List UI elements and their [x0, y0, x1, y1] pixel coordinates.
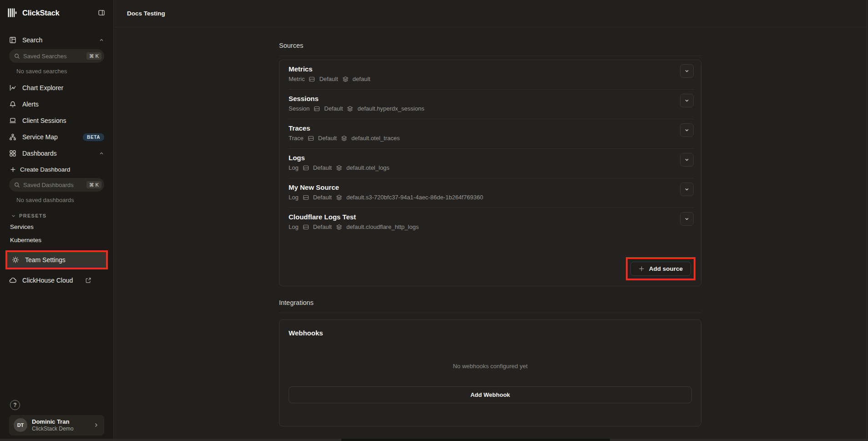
- sidebar-item-search[interactable]: Search: [5, 32, 109, 48]
- user-menu[interactable]: DT Dominic Tran ClickStack Demo: [9, 415, 104, 436]
- no-saved-searches-text: No saved searches: [5, 66, 109, 80]
- source-connection: Default: [313, 194, 332, 201]
- annotation-box-team-settings: Team Settings: [5, 250, 108, 269]
- source-connection: Default: [319, 76, 338, 82]
- page-title: Docs Testing: [127, 10, 165, 17]
- source-meta: Log Default default.s3-720bfc37-94a1-4ae…: [289, 194, 674, 201]
- saved-dashboards-input[interactable]: [23, 182, 83, 188]
- source-meta: Log Default default.cloudflare_http_logs: [289, 223, 674, 230]
- sidebar-item-team-settings[interactable]: Team Settings: [7, 252, 106, 268]
- sidebar-nav: Search ⌘ K No saved searches Chart Explo…: [0, 25, 113, 441]
- source-row-sessions: Sessions Session Default default.hyperdx…: [279, 90, 701, 119]
- saved-searches-search[interactable]: ⌘ K: [9, 49, 104, 63]
- no-saved-dashboards-text: No saved dashboards: [5, 195, 109, 208]
- chevron-down-icon: [11, 213, 16, 218]
- sidebar-spacer: [5, 289, 109, 400]
- sidebar-item-alerts[interactable]: Alerts: [5, 96, 109, 112]
- database-icon: [308, 135, 314, 142]
- chart-explorer-icon: [9, 84, 16, 91]
- source-connection: Default: [324, 105, 343, 112]
- source-meta: Metric Default default: [289, 76, 674, 82]
- source-table: default.s3-720bfc37-94a1-4aec-86de-1b264…: [346, 194, 483, 201]
- collapse-sidebar-icon[interactable]: [96, 7, 107, 18]
- presets-label: PRESETS: [19, 213, 46, 218]
- sidebar-item-service-map[interactable]: Service Map BETA: [5, 129, 109, 145]
- expand-source-button[interactable]: [680, 212, 694, 226]
- source-row-logs: Logs Log Default default.otel_logs: [279, 149, 701, 178]
- plus-icon: [639, 266, 645, 272]
- sidebar-item-chart-explorer[interactable]: Chart Explorer: [5, 80, 109, 96]
- create-dashboard-button[interactable]: Create Dashboard: [5, 162, 109, 177]
- presets-toggle[interactable]: PRESETS: [5, 208, 109, 220]
- cloud-icon: [9, 277, 16, 284]
- database-icon: [303, 224, 309, 230]
- source-table: default.hyperdx_sessions: [357, 105, 424, 112]
- app-title: ClickStack: [22, 9, 91, 17]
- source-kind: Log: [289, 194, 299, 201]
- sidebar-item-label: Team Settings: [25, 256, 66, 264]
- add-webhook-button[interactable]: Add Webhook: [289, 386, 692, 403]
- create-dashboard-label: Create Dashboard: [20, 166, 70, 173]
- chevron-up-icon: [99, 151, 104, 156]
- divider: [279, 313, 701, 313]
- sidebar-item-label: Search: [22, 36, 42, 44]
- help-icon: ?: [13, 402, 16, 408]
- source-connection: Default: [313, 164, 332, 171]
- sidebar: ClickStack Search ⌘ K: [0, 0, 114, 441]
- sidebar-item-clickhouse-cloud[interactable]: ClickHouse Cloud: [5, 272, 109, 289]
- sources-heading: Sources: [279, 42, 701, 49]
- database-icon: [303, 194, 309, 201]
- search-section-icon: [9, 36, 16, 44]
- table-icon: [336, 165, 342, 171]
- sidebar-item-label: Dashboards: [22, 150, 57, 157]
- sidebar-item-dashboards[interactable]: Dashboards: [5, 145, 109, 162]
- source-meta: Trace Default default.otel_traces: [289, 135, 674, 142]
- add-source-button[interactable]: Add source: [630, 262, 691, 276]
- user-org: ClickStack Demo: [32, 426, 73, 432]
- annotation-box-add-source: Add source: [626, 257, 695, 280]
- sidebar-item-label: Alerts: [22, 101, 39, 108]
- expand-source-button[interactable]: [680, 64, 694, 78]
- source-connection: Default: [313, 223, 332, 230]
- help-button[interactable]: ?: [10, 400, 20, 410]
- source-title: Metrics: [289, 65, 674, 73]
- source-meta: Log Default default.otel_logs: [289, 164, 674, 171]
- table-icon: [336, 194, 342, 201]
- table-icon: [336, 224, 342, 230]
- horizontal-scrollbar-thumb[interactable]: [341, 439, 610, 441]
- user-name: Dominic Tran: [32, 418, 73, 426]
- gear-icon: [12, 256, 19, 264]
- vertical-scrollbar[interactable]: [866, 0, 868, 441]
- source-row-my-new-source: My New Source Log Default default.s3-720…: [279, 178, 701, 208]
- sidebar-item-label: Service Map: [22, 133, 58, 141]
- source-kind: Log: [289, 223, 299, 230]
- webhooks-panel: Webhooks No webhooks configured yet Add …: [279, 319, 701, 426]
- shortcut-badge: ⌘ K: [86, 52, 102, 60]
- sidebar-item-label: Client Sessions: [22, 117, 66, 124]
- plus-icon: [10, 167, 16, 172]
- add-source-label: Add source: [649, 265, 683, 272]
- saved-searches-input[interactable]: [23, 53, 83, 60]
- source-row-cloudflare-logs-test: Cloudflare Logs Test Log Default default…: [279, 208, 701, 237]
- source-title: My New Source: [289, 183, 674, 191]
- expand-source-button[interactable]: [680, 182, 694, 196]
- expand-source-button[interactable]: [680, 123, 694, 137]
- chevron-up-icon: [99, 37, 104, 43]
- expand-source-button[interactable]: [680, 153, 694, 167]
- source-table: default.cloudflare_http_logs: [346, 223, 419, 230]
- beta-badge: BETA: [83, 133, 104, 141]
- integrations-heading: Integrations: [279, 299, 701, 306]
- sidebar-item-client-sessions[interactable]: Client Sessions: [5, 112, 109, 129]
- source-title: Traces: [289, 124, 674, 132]
- database-icon: [303, 165, 309, 171]
- source-kind: Metric: [289, 76, 305, 82]
- source-kind: Log: [289, 164, 299, 171]
- preset-item-kubernetes[interactable]: Kubernetes: [5, 233, 109, 247]
- source-meta: Session Default default.hyperdx_sessions: [289, 105, 674, 112]
- preset-item-services[interactable]: Services: [5, 220, 109, 233]
- source-title: Logs: [289, 154, 674, 162]
- saved-dashboards-search[interactable]: ⌘ K: [9, 178, 104, 192]
- source-table: default.otel_logs: [346, 164, 390, 171]
- expand-source-button[interactable]: [680, 94, 694, 107]
- clickstack-logo-icon: [7, 7, 18, 18]
